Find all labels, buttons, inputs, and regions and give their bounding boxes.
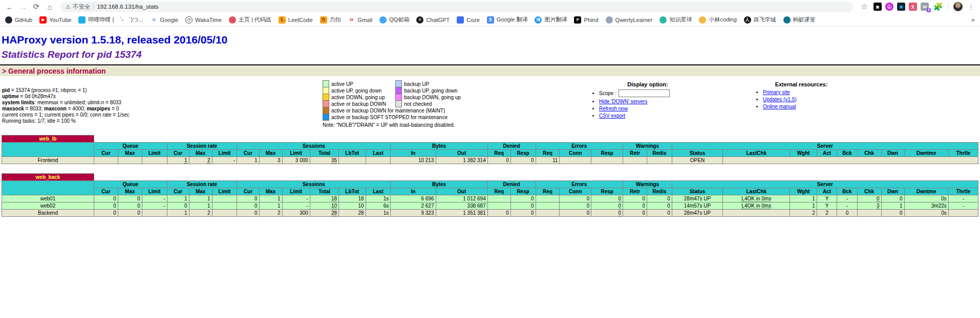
bookmark-label: QQ邮箱 [389, 16, 409, 24]
stat-cell [647, 157, 672, 164]
stat-cell: - [948, 202, 978, 210]
bookmark-item[interactable]: 人路飞学城 [744, 16, 776, 24]
stat-cell: - [282, 202, 310, 210]
stat-cell: 0 [560, 202, 591, 210]
stat-cell: 3m22s [904, 202, 948, 210]
column-header: Max [259, 150, 282, 157]
column-header: Wght [790, 188, 817, 195]
legend-label: not checked [402, 101, 470, 107]
bookmark-item[interactable]: QwertyLearner [606, 16, 653, 24]
extensions-puzzle-icon[interactable]: 🧩 [932, 1, 944, 12]
stat-cell [142, 157, 167, 164]
column-header: Cur [94, 150, 118, 157]
stat-cell: 0 [118, 202, 142, 210]
stat-cell [723, 210, 790, 217]
stat-cell: 3 [259, 157, 282, 164]
bookmark-item[interactable]: 哔哩哔哩 ( ゜- ゜)つ... [78, 16, 143, 24]
bookmark-favicon [457, 16, 464, 24]
display-option-link[interactable]: Hide 'DOWN' servers [599, 99, 647, 104]
bookmark-item[interactable]: 文Google 翻译 [487, 16, 528, 24]
stat-cell: 2 [189, 210, 212, 217]
home-icon[interactable]: ⌂ [44, 1, 55, 12]
stat-cell [560, 157, 591, 164]
bookmark-item[interactable]: ✳ChatGPT [416, 16, 450, 24]
address-bar[interactable]: ⚠ 不安全 192.168.6.131/ha_stats [60, 2, 854, 12]
bookmark-item[interactable]: MGmail [348, 16, 373, 24]
scope-label: Scope : [599, 90, 616, 96]
legend-row: active UPbackup UP [323, 81, 470, 87]
column-header: Req [487, 188, 510, 195]
table-row-web01: web0100-1101-18181s6 6961 012 6940000028… [2, 195, 978, 202]
proxy-name[interactable]: web_lb [2, 135, 94, 143]
stat-cell: 1 [189, 202, 212, 210]
forward-icon[interactable]: → [17, 1, 29, 12]
proxy-name[interactable]: web_back [2, 174, 94, 181]
display-option-link[interactable]: CSV export [599, 113, 625, 119]
proxy-name-spacer [94, 135, 978, 143]
legend-swatch [323, 114, 329, 121]
menu-kebab-icon[interactable]: ⋮ [966, 3, 976, 11]
extension-icon-2[interactable]: ◼ [897, 3, 905, 11]
bookmark-item[interactable]: 知识星球 [659, 16, 692, 24]
stat-cell: 338 687 [436, 202, 487, 210]
back-icon[interactable]: ← [4, 1, 15, 12]
external-resource-link[interactable]: Updates (v1.5) [763, 97, 797, 102]
scope-option: Scope : [599, 89, 732, 97]
external-resource-link[interactable]: Online manual [763, 104, 796, 109]
extension-icon-4[interactable]: W6 [921, 3, 929, 11]
bookmark-item[interactable]: ◷WakaTime [185, 16, 222, 24]
site-security-badge[interactable]: ⚠ 不安全 [66, 3, 90, 11]
stat-cell: 0s [904, 210, 948, 217]
stat-cell: 9 323 [391, 210, 436, 217]
display-option-link[interactable]: Refresh now [599, 106, 628, 111]
stat-cell: 1s [366, 210, 391, 217]
profile-avatar[interactable] [953, 2, 963, 11]
bookmark-item[interactable]: ▶YouTube [39, 16, 71, 24]
extension-badge: 6 [927, 8, 931, 12]
bookmark-favicon: P [574, 16, 581, 24]
extension-icon-1[interactable]: Ⓛ [885, 3, 893, 11]
column-header: Limit [212, 150, 237, 157]
bookmark-item[interactable]: 译图片翻译 [535, 16, 567, 24]
section-header: > General process information [0, 66, 980, 76]
bookmark-item[interactable]: GitHub [5, 16, 32, 24]
stat-cell: 1 [167, 157, 189, 164]
bookmark-item[interactable]: ⅬLeetCode [279, 16, 313, 24]
bookmark-item[interactable]: 力力扣 [320, 16, 341, 24]
legend-label: active or backup SOFT STOPPED for mainte… [329, 114, 470, 121]
stat-cell: 0 [623, 195, 647, 202]
page-title[interactable]: HAProxy version 1.5.18, released 2016/05… [2, 34, 980, 46]
stat-cell: L4OK in 0ms [723, 202, 790, 210]
stat-cell: 18 [339, 195, 366, 202]
bookmark-item[interactable]: 主页 | 代码战 [229, 16, 271, 24]
bookmark-item[interactable]: QQ邮箱 [379, 16, 409, 24]
bookmark-item[interactable]: Coze [457, 16, 480, 24]
stat-cell: 28 [310, 210, 338, 217]
legend-swatch [323, 101, 329, 107]
table-row-Frontend: Frontend12-133 0003510 2131 382 3140011O… [2, 157, 978, 164]
column-header: Status [672, 150, 722, 157]
stat-cell [366, 157, 391, 164]
column-header: Cur [167, 150, 189, 157]
bookmarks-overflow-icon[interactable]: » [971, 16, 975, 24]
bookmark-item[interactable]: 小林coding [699, 16, 736, 24]
stat-cell [591, 157, 623, 164]
stat-cell: 0 [881, 195, 904, 202]
reload-icon[interactable]: ⟳ [31, 1, 42, 12]
bookmark-star-icon[interactable]: ☆ [859, 1, 870, 12]
bookmark-item[interactable]: GGoogle [151, 16, 178, 24]
stat-cell: 1s [366, 195, 391, 202]
table-corner [2, 181, 94, 195]
stat-cell: 0 [118, 195, 142, 202]
bookmark-item[interactable]: 蚂蚁课堂 [783, 16, 816, 24]
column-header: LastChk [723, 150, 790, 157]
extension-icon-0[interactable]: ▣ [874, 3, 882, 11]
bookmark-item[interactable]: PPhind [574, 16, 598, 24]
stat-cell [212, 202, 237, 210]
external-resource-link[interactable]: Primary site [763, 89, 790, 95]
extension-icon-3[interactable]: 文 [909, 3, 917, 11]
stat-cell: - [142, 202, 167, 210]
scope-input[interactable] [619, 89, 670, 97]
stat-cell: 1 [167, 210, 189, 217]
column-header: Redis [647, 150, 672, 157]
